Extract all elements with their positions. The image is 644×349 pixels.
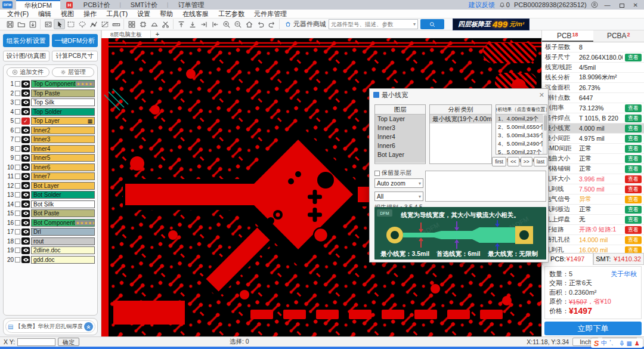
area-select-icon[interactable] <box>99 19 110 29</box>
layer-checkbox[interactable] <box>15 146 20 152</box>
layer-checkbox[interactable] <box>15 137 20 142</box>
layer-visibility-eye-icon[interactable] <box>21 228 30 236</box>
layer-name-bar[interactable]: Bot Silk <box>31 200 95 208</box>
analysis-row-测针点数[interactable]: 测针点数6447 <box>542 93 644 103</box>
layer-checkbox[interactable] <box>15 91 20 96</box>
design-view-button[interactable]: 设计图/仿真图 <box>3 51 49 61</box>
layer-checkbox[interactable] <box>15 211 20 216</box>
view-button[interactable]: 查看 <box>625 155 642 163</box>
order-now-button[interactable]: 立即下单 <box>544 322 642 335</box>
menu-item-工具(T)[interactable]: 工具(T) <box>101 10 132 18</box>
board-icon[interactable] <box>42 19 54 29</box>
dialog-category-item[interactable]: 最小线宽(19个,4.00mil) <box>430 115 491 123</box>
apptab-orders[interactable]: 订单管理 <box>169 0 212 10</box>
layer-visibility-eye-icon[interactable] <box>21 145 30 152</box>
menu-item-元件库管理[interactable]: 元件库管理 <box>249 10 292 18</box>
skin-icon[interactable]: ♟ <box>634 340 640 347</box>
export-icon[interactable] <box>27 19 38 29</box>
component-icon[interactable] <box>137 19 148 29</box>
analysis-row-孔环大小[interactable]: 孔环大小3.996 mil查看 <box>542 174 644 184</box>
tab-pcba[interactable]: PCBA2 <box>593 30 644 42</box>
pager-button->>[interactable]: >> <box>521 157 532 166</box>
view-button[interactable]: 查看 <box>625 196 642 203</box>
layer-name-bar[interactable]: gdd.doc <box>31 256 95 264</box>
parts-search-input[interactable] <box>331 21 413 27</box>
tab-pcb[interactable]: PCB18 <box>542 30 593 42</box>
analysis-row-线到板边[interactable]: 线到板边正常查看 <box>542 205 644 215</box>
dialog-result-item[interactable]: 5、5.00mil,237个 <box>496 148 543 156</box>
view-button[interactable]: 查看 <box>625 246 642 253</box>
layer-checkbox[interactable] <box>15 81 20 87</box>
cut-icon[interactable] <box>160 19 171 29</box>
pager-button-<<[interactable]: << <box>507 157 519 166</box>
pager-button-last[interactable]: last <box>534 157 547 166</box>
analysis-row-翘曲大小[interactable]: 翘曲大小正常查看 <box>542 154 644 164</box>
analysis-row-电气信号[interactable]: 电气信号异常查看 <box>542 194 644 205</box>
layer-visibility-eye-icon[interactable] <box>21 136 30 143</box>
dialog-layer-item[interactable]: Inner6 <box>375 141 425 150</box>
menu-item-编辑[interactable]: 编辑 <box>33 10 56 18</box>
layer-name-bar[interactable]: rout <box>31 237 95 245</box>
route-icon[interactable] <box>88 19 99 29</box>
dialog-result-item[interactable]: 4、5.00mil,2490个 <box>496 140 543 148</box>
layer-row-Top Paste[interactable]: 2Top Paste <box>5 89 95 98</box>
analysis-row-线宽/线距[interactable]: 线宽/线距4/5mil <box>542 63 644 73</box>
maximize-button[interactable] <box>617 2 627 8</box>
layer-name-bar[interactable]: Top Silk <box>31 98 95 106</box>
view-button[interactable]: 查看 <box>625 206 642 214</box>
add-tab-button[interactable]: + <box>151 30 164 38</box>
layer-visibility-eye-icon[interactable] <box>21 182 30 189</box>
analysis-row-板子层数[interactable]: 板子层数8 <box>542 42 644 52</box>
search-button[interactable] <box>420 19 444 29</box>
align-bottom-icon[interactable] <box>187 19 198 29</box>
layer-checkbox[interactable] <box>15 155 20 160</box>
layer-checkbox[interactable] <box>15 239 20 244</box>
layer-row-Top Solder[interactable]: 4Top Solder <box>5 107 95 117</box>
layer-row-Inner3[interactable]: 7Inner3 <box>5 135 95 144</box>
dialog-close-icon[interactable]: ✕ <box>539 91 544 99</box>
layer-visibility-eye-icon[interactable] <box>21 219 30 226</box>
layer-row-Bot Paste[interactable]: 15Bot Paste <box>5 209 95 218</box>
layer-row-Drl[interactable]: 17Drl <box>5 227 95 237</box>
menu-item-文件(F)[interactable]: 文件(F) <box>2 10 33 18</box>
layer-name-bar[interactable]: Bot Layer <box>31 182 95 190</box>
pager-button-first[interactable]: first <box>492 157 506 166</box>
analysis-row-线长分析[interactable]: 线长分析18.9096米/m² <box>542 73 644 83</box>
layer-visibility-eye-icon[interactable] <box>21 99 30 106</box>
layer-visibility-eye-icon[interactable] <box>21 155 30 162</box>
price-tab-pcb[interactable]: PCB:¥1497 <box>542 253 593 265</box>
promo-banner[interactable]: 四层板降至 499 元/m² <box>453 18 530 30</box>
view-button[interactable]: 查看 <box>625 165 642 173</box>
dialog-layer-item[interactable]: Top Layer <box>375 115 425 123</box>
dialog-layer-item[interactable]: Inner3 <box>375 123 425 132</box>
layer-checkbox[interactable] <box>15 229 20 234</box>
append-file-button[interactable]: 追加文件 <box>7 67 49 77</box>
layer-checkbox[interactable] <box>15 220 20 226</box>
price-tab-smt[interactable]: SMT: ¥1410.32 <box>593 253 644 265</box>
layer-name-bar[interactable]: Inner2 <box>31 126 95 134</box>
notification-bell[interactable]: 0 <box>499 1 510 8</box>
view-button[interactable]: 查看 <box>625 54 642 61</box>
calc-pcb-size-button[interactable]: 计算PCB尺寸 <box>52 51 98 61</box>
parts-search-box[interactable]: ▾ <box>329 19 418 29</box>
promo-notice[interactable]: ▤ 【免费】华秋开启孔铜厚度检测活动 <box>5 320 95 333</box>
analysis-row-槽孔孔径[interactable]: 槽孔孔径14.000 mil查看 <box>542 235 644 245</box>
dialog-result-item[interactable]: 3、5.00mil,3435个 <box>496 131 543 140</box>
lasso-icon[interactable] <box>76 19 88 29</box>
layer-name-bar[interactable]: Drl <box>31 228 95 236</box>
mic-icon[interactable] <box>620 340 624 347</box>
align-top-icon[interactable] <box>175 19 187 29</box>
menu-item-帮助[interactable]: 帮助 <box>155 10 178 18</box>
measure-icon[interactable] <box>110 19 122 29</box>
panelize-icon[interactable] <box>126 19 137 29</box>
layer-row-Inner2[interactable]: 6Inner2 <box>5 126 95 135</box>
close-button[interactable]: ✕ <box>631 2 640 8</box>
analysis-row-SMD间距[interactable]: SMD间距正常查看 <box>542 144 644 154</box>
sogou-logo-icon[interactable]: S <box>594 339 599 348</box>
zoom-out-icon[interactable] <box>232 19 243 29</box>
analysis-row-孔到孔[interactable]: 孔到孔16.000 mil查看 <box>542 245 644 253</box>
view-button[interactable]: 查看 <box>625 145 642 153</box>
dialog-result-item[interactable]: 2、5.00mil,6550个 <box>496 123 543 131</box>
layer-name-bar[interactable]: Top Layer▦ <box>31 117 95 125</box>
results-scrollbar[interactable] <box>543 115 547 154</box>
